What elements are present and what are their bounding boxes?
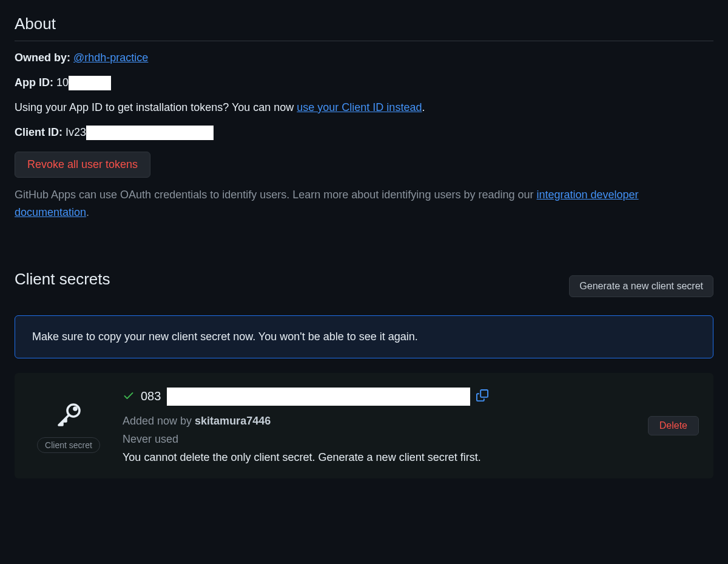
secret-added-info: Added now by skitamura7446 [123, 412, 633, 431]
secret-used-info: Never used [123, 430, 633, 449]
secret-details: 083 Added now by skitamura7446 Never use… [123, 388, 633, 464]
secret-actions: Delete [648, 416, 699, 435]
secret-value-partial: 083 [141, 389, 161, 403]
check-icon [123, 389, 135, 404]
added-by-user: skitamura7446 [195, 415, 271, 427]
install-token-info: Using your App ID to get installation to… [15, 99, 713, 116]
secret-delete-note: You cannot delete the only client secret… [123, 451, 633, 464]
secret-panel: Client secret 083 Added now by skitamura… [15, 373, 713, 478]
oauth-description: GitHub Apps can use OAuth credentials to… [15, 186, 713, 221]
key-icon [54, 401, 83, 432]
secret-type-pill: Client secret [37, 437, 100, 453]
added-text-pre: Added now by [123, 415, 195, 427]
secret-value-row: 083 [123, 388, 633, 406]
svg-point-1 [74, 408, 76, 410]
owner-link[interactable]: @rhdh-practice [73, 52, 148, 64]
copy-secret-notice: Make sure to copy your new client secret… [15, 315, 713, 358]
owned-by-row: Owned by: @rhdh-practice [15, 50, 713, 66]
client-secrets-section: Client secrets Generate a new client sec… [15, 270, 713, 478]
client-id-link[interactable]: use your Client ID instead [297, 101, 422, 113]
app-id-partial: 10 [56, 76, 69, 89]
app-id-redacted [69, 76, 111, 90]
secrets-heading: Client secrets [15, 270, 110, 296]
generate-secret-button[interactable]: Generate a new client secret [569, 275, 713, 297]
about-section: About Owned by: @rhdh-practice App ID: 1… [15, 15, 713, 221]
install-text-post: . [422, 101, 425, 113]
delete-secret-button[interactable]: Delete [648, 416, 699, 435]
install-text-pre: Using your App ID to get installation to… [15, 101, 297, 113]
client-id-partial: Iv23 [66, 126, 86, 138]
client-id-label: Client ID: [15, 126, 62, 138]
secrets-header: Client secrets Generate a new client sec… [15, 270, 713, 303]
client-id-row: Client ID: Iv23 [15, 124, 713, 141]
client-id-redacted [86, 126, 214, 140]
app-id-label: App ID: [15, 76, 53, 89]
secret-value-redacted [167, 388, 470, 406]
revoke-tokens-button[interactable]: Revoke all user tokens [15, 152, 150, 178]
about-heading: About [15, 15, 713, 41]
oauth-desc-pre: GitHub Apps can use OAuth credentials to… [15, 189, 536, 201]
copy-icon[interactable] [476, 389, 488, 404]
oauth-desc-post: . [86, 206, 89, 218]
owned-by-label: Owned by: [15, 52, 70, 64]
secret-badge-area: Client secret [29, 388, 108, 453]
app-id-row: App ID: 10 [15, 75, 713, 91]
